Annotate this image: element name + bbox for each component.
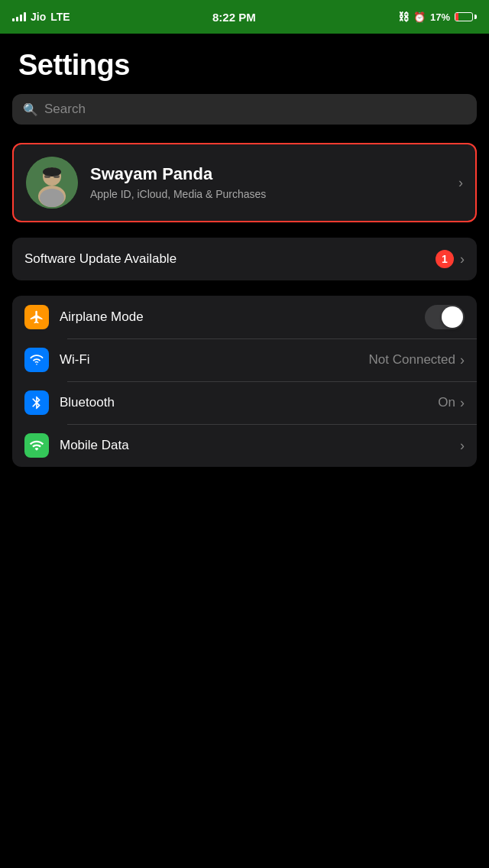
network-type-label: LTE (50, 11, 70, 23)
apple-id-chevron-icon: › (458, 175, 463, 191)
software-update-section: Software Update Available 1 › (12, 238, 477, 280)
time-label: 8:22 PM (212, 11, 256, 24)
airplane-mode-toggle[interactable] (425, 305, 465, 329)
software-update-row[interactable]: Software Update Available 1 › (12, 238, 477, 280)
wifi-label: Wi-Fi (60, 352, 369, 368)
bluetooth-value: On (438, 395, 455, 410)
mobile-data-row[interactable]: Mobile Data › (12, 424, 477, 467)
mobile-data-label: Mobile Data (60, 438, 460, 453)
apple-id-subtitle: Apple ID, iCloud, Media & Purchases (90, 187, 446, 201)
settings-main: Settings 🔍 Search (0, 34, 489, 467)
link-icon: ⛓ (398, 11, 409, 23)
avatar (26, 157, 78, 209)
apple-id-info: Swayam Panda Apple ID, iCloud, Media & P… (90, 164, 446, 201)
bluetooth-label: Bluetooth (60, 395, 438, 410)
svg-rect-5 (44, 175, 50, 178)
airplane-mode-label: Airplane Mode (60, 309, 425, 325)
battery-icon (455, 12, 477, 21)
wifi-row[interactable]: Wi-Fi Not Connected › (12, 338, 477, 381)
page-title: Settings (18, 49, 471, 82)
alarm-icon: ⏰ (413, 11, 426, 23)
settings-title-section: Settings (0, 34, 489, 91)
wifi-chevron-icon: › (460, 352, 465, 368)
signal-icon (12, 12, 26, 21)
status-bar: Jio LTE 8:22 PM ⛓ ⏰ 17% (0, 0, 489, 34)
software-update-right: 1 › (436, 250, 465, 268)
carrier-label: Jio (31, 11, 46, 23)
battery-percent-label: 17% (430, 11, 450, 23)
software-update-chevron-icon: › (460, 251, 465, 267)
update-badge: 1 (436, 250, 454, 268)
svg-rect-6 (53, 175, 60, 178)
search-section: 🔍 Search (0, 91, 489, 137)
connectivity-settings-group: Airplane Mode Wi-Fi Not Connected › (12, 296, 477, 467)
apple-id-row[interactable]: Swayam Panda Apple ID, iCloud, Media & P… (12, 143, 477, 222)
status-left: Jio LTE (12, 11, 70, 23)
mobile-data-icon (24, 433, 49, 458)
bluetooth-row[interactable]: Bluetooth On › (12, 381, 477, 424)
status-right: ⛓ ⏰ 17% (398, 11, 477, 23)
software-update-label: Software Update Available (24, 251, 176, 267)
bluetooth-icon (24, 390, 49, 415)
wifi-value: Not Connected (369, 352, 455, 368)
search-placeholder: Search (44, 102, 86, 117)
wifi-icon (24, 348, 49, 372)
search-icon: 🔍 (23, 102, 38, 117)
svg-point-7 (40, 189, 64, 207)
bluetooth-chevron-icon: › (460, 395, 465, 411)
mobile-data-chevron-icon: › (460, 438, 465, 454)
search-bar[interactable]: 🔍 Search (12, 94, 477, 125)
airplane-mode-icon (24, 305, 49, 329)
airplane-mode-row[interactable]: Airplane Mode (12, 296, 477, 338)
apple-id-name: Swayam Panda (90, 164, 446, 184)
